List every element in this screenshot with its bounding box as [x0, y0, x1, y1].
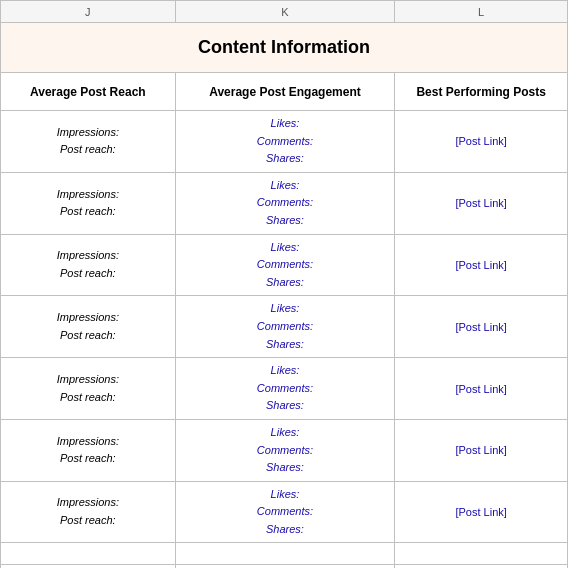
- title-row: Content Information: [1, 23, 568, 73]
- spreadsheet-title: Content Information: [1, 23, 568, 73]
- comments-label-2: Comments:: [257, 196, 313, 208]
- comments-label-1: Comments:: [257, 135, 313, 147]
- avg-reach-cell-2: Impressions: Post reach:: [1, 172, 176, 234]
- likes-label-2: Likes:: [271, 179, 300, 191]
- table-row: Impressions: Post reach: Likes: Comments…: [1, 172, 568, 234]
- comments-label-5: Comments:: [257, 382, 313, 394]
- impressions-label-1: Impressions:: [57, 126, 119, 138]
- best-post-cell-3[interactable]: [Post Link]: [395, 234, 568, 296]
- comments-label-6: Comments:: [257, 444, 313, 456]
- avg-engagement-cell-2: Likes: Comments: Shares:: [175, 172, 395, 234]
- spreadsheet-table: J K L Content Information Average Post R…: [0, 0, 568, 568]
- table-row: Impressions: Post reach: Likes: Comments…: [1, 358, 568, 420]
- avg-reach-cell-4: Impressions: Post reach:: [1, 296, 176, 358]
- avg-engagement-cell-1: Likes: Comments: Shares:: [175, 111, 395, 173]
- post-reach-label-2: Post reach:: [60, 205, 116, 217]
- shares-label-4: Shares:: [266, 338, 304, 350]
- table-row: Impressions: Post reach: Likes: Comments…: [1, 234, 568, 296]
- col-l-header: L: [395, 1, 568, 23]
- likes-label-7: Likes:: [271, 488, 300, 500]
- likes-label-3: Likes:: [271, 241, 300, 253]
- avg-reach-cell-1: Impressions: Post reach:: [1, 111, 176, 173]
- impressions-label-7: Impressions:: [57, 496, 119, 508]
- table-row: Impressions: Post reach: Likes: Comments…: [1, 111, 568, 173]
- subheader-row: Average Post Reach Average Post Engageme…: [1, 73, 568, 111]
- avg-reach-cell-7: Impressions: Post reach:: [1, 481, 176, 543]
- avg-engagement-cell-4: Likes: Comments: Shares:: [175, 296, 395, 358]
- post-reach-label-3: Post reach:: [60, 267, 116, 279]
- likes-label-5: Likes:: [271, 364, 300, 376]
- comments-label-4: Comments:: [257, 320, 313, 332]
- empty-row-1: [1, 543, 568, 565]
- col-l-subheader: Best Performing Posts: [395, 73, 568, 111]
- shares-label-7: Shares:: [266, 523, 304, 535]
- avg-reach-cell-5: Impressions: Post reach:: [1, 358, 176, 420]
- shares-label-3: Shares:: [266, 276, 304, 288]
- avg-reach-cell-6: Impressions: Post reach:: [1, 419, 176, 481]
- avg-engagement-cell-3: Likes: Comments: Shares:: [175, 234, 395, 296]
- col-j-header: J: [1, 1, 176, 23]
- impressions-label-4: Impressions:: [57, 311, 119, 323]
- impressions-label-2: Impressions:: [57, 188, 119, 200]
- table-row: Impressions: Post reach: Likes: Comments…: [1, 481, 568, 543]
- post-reach-label-7: Post reach:: [60, 514, 116, 526]
- post-reach-label-1: Post reach:: [60, 143, 116, 155]
- impressions-label-5: Impressions:: [57, 373, 119, 385]
- table-row: Impressions: Post reach: Likes: Comments…: [1, 296, 568, 358]
- avg-reach-cell-3: Impressions: Post reach:: [1, 234, 176, 296]
- table-row: Impressions: Post reach: Likes: Comments…: [1, 419, 568, 481]
- best-post-cell-5[interactable]: [Post Link]: [395, 358, 568, 420]
- post-reach-label-6: Post reach:: [60, 452, 116, 464]
- shares-label-5: Shares:: [266, 399, 304, 411]
- avg-engagement-cell-7: Likes: Comments: Shares:: [175, 481, 395, 543]
- post-reach-label-5: Post reach:: [60, 391, 116, 403]
- best-post-cell-4[interactable]: [Post Link]: [395, 296, 568, 358]
- likes-label-4: Likes:: [271, 302, 300, 314]
- comments-label-7: Comments:: [257, 505, 313, 517]
- shares-label-6: Shares:: [266, 461, 304, 473]
- impressions-label-3: Impressions:: [57, 249, 119, 261]
- shares-label-2: Shares:: [266, 214, 304, 226]
- col-k-header: K: [175, 1, 395, 23]
- best-post-cell-1[interactable]: [Post Link]: [395, 111, 568, 173]
- impressions-label-6: Impressions:: [57, 435, 119, 447]
- post-reach-label-4: Post reach:: [60, 329, 116, 341]
- likes-label-1: Likes:: [271, 117, 300, 129]
- col-j-subheader: Average Post Reach: [1, 73, 176, 111]
- col-k-subheader: Average Post Engagement: [175, 73, 395, 111]
- avg-engagement-cell-5: Likes: Comments: Shares:: [175, 358, 395, 420]
- column-header-row: J K L: [1, 1, 568, 23]
- best-post-cell-2[interactable]: [Post Link]: [395, 172, 568, 234]
- comments-label-3: Comments:: [257, 258, 313, 270]
- likes-label-6: Likes:: [271, 426, 300, 438]
- avg-engagement-cell-6: Likes: Comments: Shares:: [175, 419, 395, 481]
- best-post-cell-7[interactable]: [Post Link]: [395, 481, 568, 543]
- shares-label-1: Shares:: [266, 152, 304, 164]
- best-post-cell-6[interactable]: [Post Link]: [395, 419, 568, 481]
